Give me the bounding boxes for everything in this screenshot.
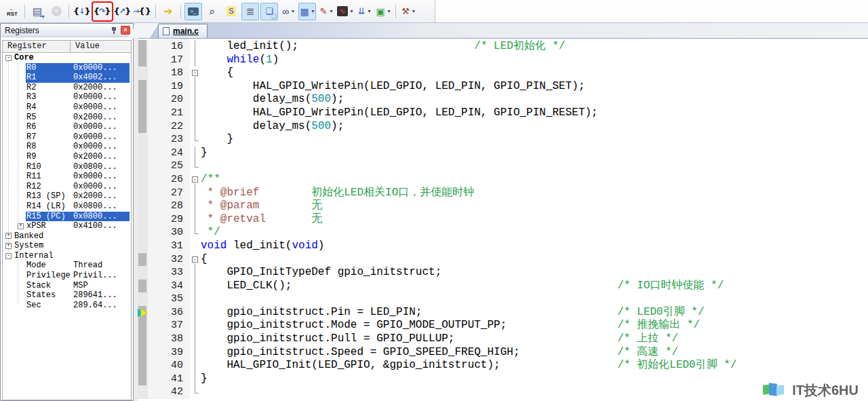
code-text[interactable]: while(1)	[201, 54, 279, 67]
pin-icon[interactable]	[110, 26, 118, 35]
code-text[interactable]: delay_ms(500);	[201, 120, 344, 134]
stop-button[interactable]: ×	[47, 3, 65, 20]
breakpoint-margin[interactable]	[138, 107, 148, 120]
code-text[interactable]: }	[201, 133, 233, 147]
register-row-R3[interactable]: R30x0000...	[3, 92, 131, 102]
register-row-R2[interactable]: R20x2000...	[3, 83, 131, 93]
code-text[interactable]: /**	[201, 173, 220, 187]
show-next-statement-button[interactable]: ➔	[159, 3, 177, 20]
analysis-window-button[interactable]: ∿▾	[336, 3, 354, 20]
dropdown-arrow[interactable]: ▾	[351, 8, 353, 14]
registers-window-button[interactable]: ≣	[241, 3, 259, 20]
register-row-Internal[interactable]: -Internal	[3, 251, 131, 261]
breakpoint-margin[interactable]	[138, 66, 148, 80]
trace-window-button[interactable]: ⇊▾	[355, 3, 373, 20]
code-text[interactable]: delay_ms(500);	[201, 93, 344, 107]
fold-toggle[interactable]: -	[192, 176, 198, 183]
system-viewer-button[interactable]: ▣▾	[374, 3, 392, 20]
register-row-R11[interactable]: R110x0000...	[3, 172, 131, 182]
breakpoint-margin[interactable]	[138, 373, 148, 386]
breakpoint-margin[interactable]	[138, 292, 148, 306]
serial-window-button[interactable]: ✎▾	[317, 3, 335, 20]
breakpoint-margin[interactable]	[138, 159, 148, 173]
register-row-R0[interactable]: R00x0000...	[3, 63, 131, 73]
breakpoint-margin[interactable]	[138, 54, 148, 67]
register-row-Privilege[interactable]: PrivilegePrivil...	[3, 271, 131, 281]
breakpoint-margin[interactable]	[138, 332, 148, 346]
code-text[interactable]: gpio_initstruct.Mode = GPIO_MODE_OUTPUT_…	[201, 319, 700, 332]
step-out-button[interactable]: {↗}	[113, 3, 132, 20]
breakpoint-margin[interactable]	[138, 346, 148, 360]
breakpoint-margin[interactable]	[138, 385, 148, 399]
code-text[interactable]: HAL_GPIO_Init(LED_GPIO, &gpio_initstruct…	[201, 359, 737, 373]
code-text[interactable]: */	[201, 226, 220, 240]
dropdown-arrow[interactable]: ▾	[368, 8, 370, 14]
callstack-window-button[interactable]: ❏❏	[260, 3, 278, 20]
close-button[interactable]: ×	[121, 26, 130, 35]
dropdown-arrow[interactable]: ▾	[412, 8, 415, 14]
run-to-cursor-button[interactable]: →{}	[133, 3, 152, 20]
register-row-R1[interactable]: R10x4002...	[3, 73, 131, 83]
code-text[interactable]: void led_init(void)	[201, 240, 324, 253]
run-button[interactable]: ▤➜	[28, 3, 46, 20]
register-row-R12[interactable]: R120x0000...	[3, 182, 131, 192]
breakpoint-margin[interactable]	[138, 359, 148, 373]
breakpoint-margin[interactable]	[138, 306, 148, 320]
register-row-R7[interactable]: R70x0000...	[3, 132, 131, 142]
disassembly-window-button[interactable]: ⌕	[203, 3, 221, 20]
register-row-R10[interactable]: R100x0800...	[3, 162, 131, 172]
reset-button[interactable]: ←RST	[3, 3, 21, 20]
register-row-R13-SP-[interactable]: R13 (SP)0x2000...	[3, 191, 131, 202]
register-row-R15-PC-[interactable]: R15 (PC)0x0800...	[3, 212, 131, 222]
command-window-button[interactable]: >_	[184, 3, 202, 20]
code-text[interactable]: }	[201, 373, 208, 386]
breakpoint-margin[interactable]	[138, 93, 148, 107]
dropdown-arrow[interactable]: ▾	[292, 8, 294, 14]
register-row-R4[interactable]: R40x0000...	[3, 102, 131, 113]
code-text[interactable]: HAL_GPIO_WritePin(LED_GPIO, LED_PIN, GPI…	[201, 80, 585, 94]
breakpoint-margin[interactable]	[138, 280, 148, 293]
code-text[interactable]: {	[201, 253, 208, 267]
register-row-R6[interactable]: R60x0000...	[3, 122, 131, 132]
breakpoint-margin[interactable]	[138, 240, 148, 253]
breakpoint-margin[interactable]	[138, 133, 148, 147]
breakpoint-margin[interactable]	[138, 226, 148, 240]
breakpoint-margin[interactable]	[138, 199, 148, 213]
memory-window-button[interactable]: ▦▾	[298, 3, 316, 20]
register-row-R9[interactable]: R90x2000...	[3, 152, 131, 162]
register-row-Mode[interactable]: ModeThread	[3, 261, 131, 271]
dropdown-arrow[interactable]: ▾	[388, 8, 391, 14]
tree-expander[interactable]: +	[5, 243, 12, 249]
code-text[interactable]: * @brief 初始化LED相关IO口，并使能时钟	[201, 187, 474, 200]
code-text[interactable]: gpio_initstruct.Pull = GPIO_PULLUP; /* 上…	[201, 332, 678, 346]
breakpoint-margin[interactable]	[138, 80, 148, 94]
tree-expander[interactable]: +	[18, 223, 24, 229]
code-text[interactable]: LED_CLK(); /* IO口时钟使能 */	[201, 280, 724, 293]
register-row-Stack[interactable]: StackMSP	[3, 281, 131, 291]
breakpoint-margin[interactable]	[138, 187, 148, 200]
register-row-R14-LR-[interactable]: R14 (LR)0x0800...	[3, 202, 131, 212]
register-row-xPSR[interactable]: +xPSR0x4100...	[3, 221, 131, 231]
register-row-R8[interactable]: R80x0000...	[3, 142, 131, 152]
register-row-Banked[interactable]: +Banked	[3, 231, 131, 242]
register-row-States[interactable]: States289641...	[3, 290, 131, 301]
code-text[interactable]: {	[201, 66, 233, 80]
watch-window-button[interactable]: ∞▾	[279, 3, 297, 20]
breakpoint-margin[interactable]	[138, 120, 148, 134]
dropdown-arrow[interactable]: ▾	[330, 8, 332, 14]
code-area[interactable]: 16 led_init(); /* LED初始化 */17 while(1)18…	[138, 39, 868, 401]
column-header-register[interactable]: Register	[3, 41, 71, 52]
column-header-value[interactable]: Value	[71, 41, 131, 52]
tree-expander[interactable]: -	[5, 55, 12, 61]
code-text[interactable]: led_init(); /* LED初始化 */	[201, 40, 566, 54]
symbol-window-button[interactable]: S	[222, 3, 240, 20]
code-text[interactable]: gpio_initstruct.Speed = GPIO_SPEED_FREQ_…	[201, 346, 678, 360]
breakpoint-margin[interactable]	[138, 147, 148, 160]
breakpoint-margin[interactable]	[138, 40, 148, 54]
register-row-R5[interactable]: R50x2000...	[3, 113, 131, 123]
code-text[interactable]: }	[201, 147, 208, 160]
code-text[interactable]: GPIO_InitTypeDef gpio_initstruct;	[201, 266, 441, 280]
code-text[interactable]: * @param 无	[201, 199, 322, 213]
register-row-Sec[interactable]: Sec289.64...	[3, 301, 131, 311]
code-text[interactable]: gpio_initstruct.Pin = LED_PIN; /* LED0引脚…	[201, 306, 705, 320]
